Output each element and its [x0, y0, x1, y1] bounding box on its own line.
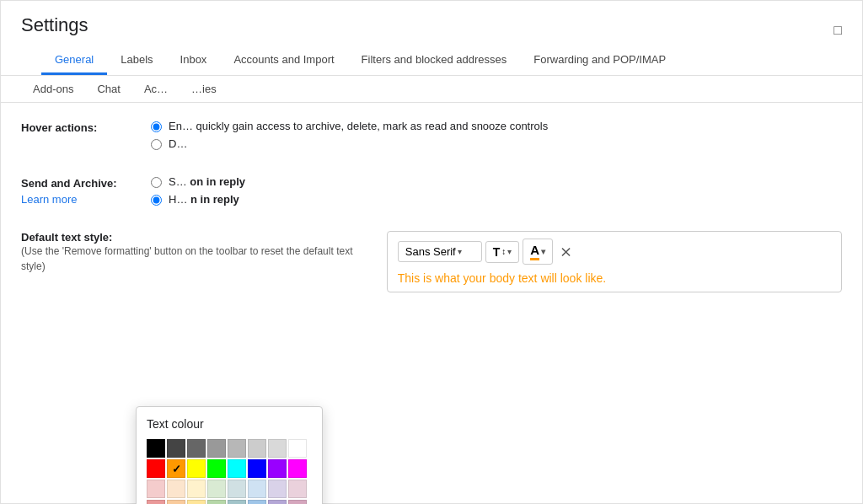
color-cell-3-0[interactable]	[147, 500, 165, 504]
color-cell-3-7[interactable]	[288, 500, 307, 504]
color-cell-0-2[interactable]	[187, 439, 206, 458]
color-cell-0-7[interactable]	[288, 439, 307, 458]
send-option1-text: S… on in reply	[169, 175, 245, 188]
default-text-sublabel: (Use the 'Remove formatting' button on t…	[21, 244, 367, 274]
default-text-label-group: Default text style: (Use the 'Remove for…	[21, 231, 367, 274]
window-icon: □	[834, 23, 842, 38]
color-row-1	[147, 459, 312, 478]
color-cell-3-2[interactable]	[187, 500, 206, 504]
color-cell-2-7[interactable]	[288, 480, 307, 498]
font-selector[interactable]: Sans Serif ▾	[398, 241, 482, 262]
send-option1: S… on in reply	[151, 175, 842, 188]
color-cell-0-0[interactable]	[147, 439, 165, 458]
learn-more-link[interactable]: Learn more	[21, 193, 131, 206]
color-cell-2-2[interactable]	[187, 480, 206, 498]
color-cell-2-1[interactable]	[167, 480, 185, 498]
font-name: Sans Serif	[405, 245, 456, 258]
color-row-2	[147, 480, 312, 498]
color-cell-1-7[interactable]	[288, 459, 307, 478]
color-cell-0-1[interactable]	[167, 439, 185, 458]
tab-forwarding[interactable]: Forwarding and POP/IMAP	[520, 46, 679, 75]
color-cell-0-5[interactable]	[248, 439, 266, 458]
color-cell-3-5[interactable]	[248, 500, 266, 504]
send-archive-row: Send and Archive: Learn more S… on in re…	[21, 175, 842, 211]
tab-inbox[interactable]: Inbox	[167, 46, 221, 75]
color-cell-1-3[interactable]	[207, 459, 226, 478]
text-toolbar: Sans Serif ▾ T ↕ ▾ A ▾	[398, 239, 831, 265]
color-cell-1-5[interactable]	[248, 459, 266, 478]
tab-labels[interactable]: Labels	[107, 46, 166, 75]
color-cell-2-6[interactable]	[268, 480, 287, 498]
text-color-letter: A	[530, 243, 539, 260]
send-option2: H… n in reply	[151, 193, 842, 206]
hover-option1-text: En… quickly gain access to archive, dele…	[169, 120, 548, 132]
hover-actions-label: Hover actions:	[21, 120, 131, 134]
color-cell-2-0[interactable]	[147, 480, 165, 498]
tab-addons[interactable]: Add-ons	[21, 76, 85, 102]
hover-option1: En… quickly gain access to archive, dele…	[151, 120, 842, 132]
color-caret: ▾	[541, 247, 545, 256]
hover-radio2[interactable]	[151, 139, 162, 150]
color-picker-popup: Text colour	[136, 406, 323, 504]
size-caret: ▾	[507, 247, 512, 256]
color-cell-3-1[interactable]	[167, 500, 185, 504]
color-cell-1-2[interactable]	[187, 459, 206, 478]
default-text-label: Default text style:	[21, 231, 367, 244]
page-title: Settings	[21, 14, 88, 36]
tab-general[interactable]: General	[41, 46, 107, 75]
color-cell-1-1[interactable]	[167, 459, 185, 478]
clear-format-btn[interactable]: ⨯	[556, 239, 576, 265]
color-cell-2-3[interactable]	[207, 480, 226, 498]
color-cell-1-4[interactable]	[228, 459, 246, 478]
send-archive-options: S… on in reply H… n in reply	[151, 175, 842, 211]
send-radio1[interactable]	[151, 177, 162, 188]
color-grid	[147, 439, 312, 504]
color-cell-1-0[interactable]	[147, 459, 165, 478]
tab-chat[interactable]: Chat	[85, 76, 131, 102]
send-option2-text: H… n in reply	[169, 193, 239, 206]
tabs-row2: Add-ons Chat Ac… …ies	[1, 76, 862, 103]
color-cell-2-4[interactable]	[228, 480, 246, 498]
send-archive-label-group: Send and Archive: Learn more	[21, 175, 131, 206]
default-text-section: Default text style: (Use the 'Remove for…	[21, 231, 842, 292]
tabs-row1: General Labels Inbox Accounts and Import…	[41, 46, 822, 75]
hover-actions-options: En… quickly gain access to archive, dele…	[151, 120, 842, 155]
tab-ies[interactable]: …ies	[180, 76, 228, 102]
color-cell-0-4[interactable]	[228, 439, 246, 458]
clear-format-icon: ⨯	[560, 244, 572, 260]
color-cell-3-3[interactable]	[207, 500, 226, 504]
font-caret: ▾	[458, 247, 462, 256]
hover-actions-row: Hover actions: En… quickly gain access t…	[21, 120, 842, 155]
tab-ac[interactable]: Ac…	[132, 76, 180, 102]
text-color-btn[interactable]: A ▾	[523, 239, 553, 265]
size-icon: T	[493, 245, 501, 259]
send-archive-label: Send and Archive:	[21, 175, 131, 190]
font-size-btn[interactable]: T ↕ ▾	[485, 241, 520, 263]
color-row-0	[147, 439, 312, 458]
color-cell-3-4[interactable]	[228, 500, 246, 504]
hover-option2: D…	[151, 137, 842, 150]
color-cell-0-3[interactable]	[207, 439, 226, 458]
tab-accounts[interactable]: Accounts and Import	[220, 46, 347, 75]
color-cell-3-6[interactable]	[268, 500, 287, 504]
color-cell-0-6[interactable]	[268, 439, 287, 458]
text-style-editor: Sans Serif ▾ T ↕ ▾ A ▾	[387, 231, 842, 292]
color-row-3	[147, 500, 312, 504]
tab-filters[interactable]: Filters and blocked addresses	[348, 46, 521, 75]
color-picker-title: Text colour	[147, 417, 312, 431]
hover-option2-text: D…	[169, 137, 187, 150]
send-radio2[interactable]	[151, 195, 162, 206]
size-arrow: ↕	[501, 247, 506, 256]
preview-text: This is what your body text will look li…	[398, 271, 831, 285]
color-cell-1-6[interactable]	[268, 459, 287, 478]
hover-radio1[interactable]	[151, 121, 162, 132]
color-cell-2-5[interactable]	[248, 480, 266, 498]
